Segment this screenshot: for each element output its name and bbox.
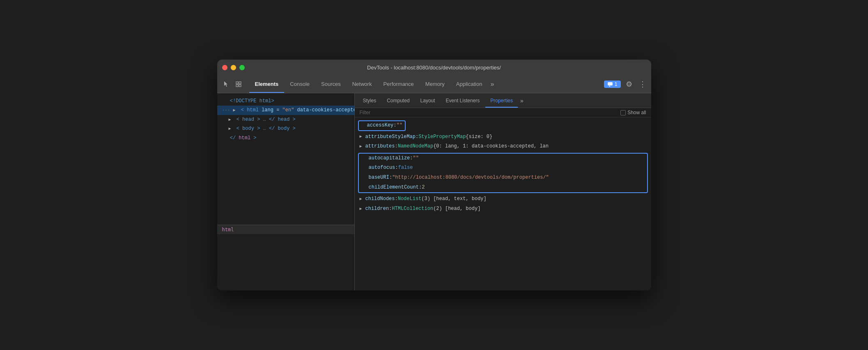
more-tabs-button[interactable]: » xyxy=(488,81,496,88)
toolbar: Elements Console Sources Network Perform… xyxy=(217,75,651,93)
dom-html-line[interactable]: ··· ▶ < html lang = "en" data-cookies-ac… xyxy=(217,106,354,115)
svg-rect-2 xyxy=(236,85,238,87)
prop-autofocus[interactable]: autofocus : false xyxy=(359,163,647,173)
prop-attributes[interactable]: ▶ attributes : NamedNodeMap {0: lang, 1:… xyxy=(355,142,651,152)
minimize-button[interactable] xyxy=(231,65,236,70)
inspect-icon[interactable] xyxy=(233,78,244,90)
prop-children[interactable]: ▶ children : HTMLCollection (2) [head, b… xyxy=(355,204,651,214)
sub-tabs: Styles Computed Layout Event Listeners P… xyxy=(355,93,651,108)
main-content: <!DOCTYPE html> ··· ▶ < html lang = "en"… xyxy=(217,93,651,290)
window-title: DevTools - localhost:8080/docs/devtools/… xyxy=(367,64,501,71)
dom-panel: <!DOCTYPE html> ··· ▶ < html lang = "en"… xyxy=(217,93,355,290)
toolbar-icons xyxy=(220,78,244,90)
toolbar-right: 1 ⚙ ⋮ xyxy=(604,80,648,89)
sub-tab-layout[interactable]: Layout xyxy=(416,93,440,108)
svg-rect-1 xyxy=(239,82,241,84)
prop-childNodes[interactable]: ▶ childNodes : NodeList (3) [head, text,… xyxy=(355,194,651,204)
prop-childElementCount[interactable]: childElementCount : 2 xyxy=(359,183,647,193)
dom-triangle-html: ▶ xyxy=(233,107,238,114)
filter-row: Show all xyxy=(355,108,651,117)
dom-html-close-line: </ html > xyxy=(217,134,354,143)
maximize-button[interactable] xyxy=(239,65,245,70)
svg-rect-0 xyxy=(236,82,238,84)
dom-doctype-line: <!DOCTYPE html> xyxy=(217,97,354,106)
svg-rect-4 xyxy=(608,82,613,85)
chat-badge[interactable]: 1 xyxy=(604,81,621,88)
sub-tab-event-listeners[interactable]: Event Listeners xyxy=(441,93,485,108)
dom-triangle-head: ▶ xyxy=(229,116,234,123)
tab-memory[interactable]: Memory xyxy=(420,75,450,93)
prop-baseURI[interactable]: baseURI : "http://localhost:8080/docs/de… xyxy=(359,173,647,183)
sub-tab-styles[interactable]: Styles xyxy=(358,93,381,108)
titlebar: DevTools - localhost:8080/docs/devtools/… xyxy=(217,60,651,75)
dom-triangle-body: ▶ xyxy=(229,125,234,132)
show-all-label: Show all xyxy=(620,110,646,115)
dom-body-line[interactable]: ▶ < body > … </ body > xyxy=(217,124,354,133)
tab-network[interactable]: Network xyxy=(347,75,378,93)
sub-tabs-more-button[interactable]: » xyxy=(520,97,524,104)
prop-attributeStyleMap[interactable]: ▶ attributeStyleMap : StylePropertyMap {… xyxy=(355,132,651,142)
close-button[interactable] xyxy=(222,65,227,70)
right-panel: Styles Computed Layout Event Listeners P… xyxy=(355,93,651,290)
tab-application[interactable]: Application xyxy=(450,75,488,93)
properties-list: accessKey : "" ▶ attributeStyleMap : Sty… xyxy=(355,117,651,290)
show-all-checkbox[interactable] xyxy=(620,110,626,115)
prop-autocapitalize[interactable]: autocapitalize : "" xyxy=(359,154,647,163)
accesskey-highlight: accessKey : "" xyxy=(358,120,406,131)
tab-performance[interactable]: Performance xyxy=(377,75,419,93)
dom-breadcrumb: html xyxy=(217,225,354,234)
tab-console[interactable]: Console xyxy=(284,75,315,93)
filter-input[interactable] xyxy=(360,110,618,115)
dom-head-line[interactable]: ▶ < head > … </ head > xyxy=(217,115,354,124)
sub-tab-properties[interactable]: Properties xyxy=(485,93,518,108)
props-group-box: autocapitalize : "" autofocus : false ba… xyxy=(358,153,648,193)
tab-elements[interactable]: Elements xyxy=(249,75,285,93)
sub-tab-computed[interactable]: Computed xyxy=(382,93,414,108)
cursor-icon[interactable] xyxy=(220,78,232,90)
prop-accessKey[interactable]: accessKey : "" xyxy=(361,121,402,130)
settings-button[interactable]: ⚙ xyxy=(624,80,634,89)
traffic-lights xyxy=(222,65,245,70)
svg-rect-3 xyxy=(239,85,241,87)
tab-sources[interactable]: Sources xyxy=(315,75,347,93)
more-options-button[interactable]: ⋮ xyxy=(637,80,648,89)
devtools-window: DevTools - localhost:8080/docs/devtools/… xyxy=(217,60,651,290)
toolbar-tabs: Elements Console Sources Network Perform… xyxy=(249,75,497,93)
